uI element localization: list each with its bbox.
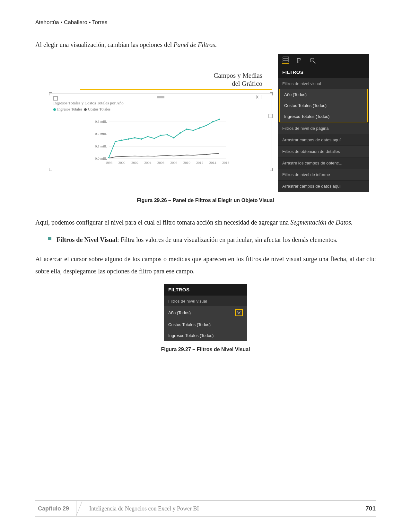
chart-toolbar: ··· [256, 95, 270, 100]
paragraph-3: Al acercar el cursor sobre alguno de los… [35, 253, 376, 277]
legend-costos: Costos Totales [88, 107, 110, 111]
svg-point-27 [160, 135, 162, 136]
svg-point-22 [127, 138, 129, 140]
svg-text:2016: 2016 [222, 161, 230, 164]
visual-level-filter-group: Año (Todos) Costos Totales (Todos) Ingre… [279, 89, 368, 122]
filter-item-ano-2-label: Año (Todos) [168, 310, 191, 315]
chart-block: Campos y Medias del Gráfico ··· Ingresos… [42, 54, 272, 170]
svg-point-28 [167, 134, 168, 135]
visual-level-label: Filtros de nivel visual [278, 78, 369, 89]
legend-dot-ingresos [53, 108, 56, 111]
more-options-icon[interactable]: ··· [265, 95, 270, 100]
svg-text:0,0 mill.: 0,0 mill. [95, 156, 107, 160]
svg-text:2008: 2008 [170, 161, 178, 164]
filters-panel: FILTROS Filtros de nivel visual Año (Tod… [278, 54, 369, 192]
bullet-text: Filtros de Nivel Visual: Filtra los valo… [57, 234, 376, 246]
panel-tabs [278, 54, 369, 66]
svg-text:2012: 2012 [196, 161, 203, 164]
filters-heading: FILTROS [278, 66, 369, 78]
figure-29-27: FILTROS Filtros de nivel visual Año (Tod… [35, 284, 376, 341]
svg-point-20 [115, 141, 116, 142]
filter-item-ingresos[interactable]: Ingresos Totales (Todos) [280, 111, 367, 122]
header-authors: Atehortúa • Caballero • Torres [35, 19, 376, 26]
svg-point-23 [134, 137, 136, 138]
footer-page-number: 701 [365, 505, 376, 512]
svg-point-31 [186, 129, 187, 130]
filter-item-ano-2[interactable]: Año (Todos) [164, 306, 247, 319]
intro-text2: . [215, 41, 217, 48]
svg-text:2006: 2006 [157, 161, 165, 164]
figure-caption-1: Figura 29.26 – Panel de Filtros al Elegi… [35, 198, 376, 203]
annotation-line1: Campos y Medias [214, 72, 262, 79]
svg-rect-39 [283, 61, 289, 62]
filter-item-ano[interactable]: Año (Todos) [280, 89, 367, 100]
intro-italic: Panel de Filtros [173, 41, 215, 48]
analytics-tab-icon[interactable] [309, 57, 316, 64]
svg-point-36 [219, 119, 220, 120]
svg-text:0,2 mill.: 0,2 mill. [95, 132, 107, 136]
svg-point-21 [121, 139, 122, 141]
fields-tab-icon[interactable] [282, 57, 289, 64]
bullet-square-icon [48, 237, 51, 240]
svg-text:0,1 mill.: 0,1 mill. [95, 144, 107, 148]
bullet-bold: Filtros de Nivel Visual [57, 236, 117, 243]
para2-italic: Segmentación de Datos. [290, 219, 353, 226]
svg-point-32 [193, 130, 194, 131]
figure-29-26: Campos y Medias del Gráfico ··· Ingresos… [42, 54, 369, 192]
report-level-label: Filtros de nivel de informe [278, 169, 369, 180]
svg-text:2000: 2000 [118, 161, 126, 164]
svg-text:2014: 2014 [209, 161, 217, 164]
svg-point-30 [179, 132, 181, 133]
focus-mode-icon[interactable] [256, 95, 261, 99]
bullet-item: Filtros de Nivel Visual: Filtra los valo… [35, 234, 376, 246]
chart-visual[interactable]: ··· Ingresos Totales y Costos Totales po… [50, 93, 272, 170]
svg-rect-37 [283, 57, 289, 58]
drag-handle-icon[interactable] [157, 96, 164, 99]
annotation-line2: del Gráfico [232, 80, 262, 87]
svg-point-26 [153, 138, 155, 139]
filter-item-costos[interactable]: Costos Totales (Todos) [280, 100, 367, 111]
svg-point-19 [108, 157, 109, 158]
filters-heading-2: FILTROS [164, 284, 247, 296]
format-tab-icon[interactable] [296, 57, 303, 64]
chart-legend: Ingresos Totales Costos Totales [53, 107, 268, 112]
filters-panel-small: FILTROS Filtros de nivel visual Año (Tod… [164, 284, 247, 341]
svg-text:0,3 mill.: 0,3 mill. [95, 120, 107, 123]
figure-caption-2: Figura 29.27 – Filtros de Nivel Visual [35, 347, 376, 352]
page-level-label: Filtros de nivel de página [278, 122, 369, 134]
chart-title: Ingresos Totales y Costos Totales por Añ… [53, 101, 268, 106]
svg-text:2010: 2010 [183, 161, 191, 164]
svg-text:1998: 1998 [105, 161, 113, 164]
annotation-label: Campos y Medias del Gráfico [42, 72, 272, 88]
drillthrough-label: Filtros de obtención de detalles [278, 146, 369, 157]
paragraph-2: Aquí, podemos configurar el nivel para e… [35, 216, 376, 228]
svg-text:2002: 2002 [131, 161, 138, 164]
svg-point-34 [206, 125, 207, 126]
legend-ingresos: Ingresos Totales [57, 107, 82, 111]
expand-filter-button[interactable] [235, 309, 243, 316]
report-level-dropzone[interactable]: Arrastrar campos de datos aquí [278, 180, 369, 192]
footer-title: Inteligencia de Negocios con Excel y Pow… [76, 505, 365, 512]
footer-chapter: Capítulo 29 [35, 501, 76, 516]
page-level-dropzone[interactable]: Arrastrar campos de datos aquí [278, 134, 369, 146]
visual-level-label-2: Filtros de nivel visual [164, 296, 247, 306]
para2-text: Aquí, podemos configurar el nivel para e… [35, 219, 290, 226]
legend-dot-costos [84, 108, 87, 111]
drillthrough-dropzone[interactable]: Arrastre los campos de obtenc... [278, 157, 369, 169]
intro-text1: Al elegir una visualización, cambian las… [35, 41, 173, 48]
filter-item-ingresos-2[interactable]: Ingresos Totales (Todos) [164, 330, 247, 341]
svg-point-25 [147, 136, 148, 137]
svg-point-24 [141, 138, 142, 140]
intro-paragraph: Al elegir una visualización, cambian las… [35, 39, 376, 51]
chevron-down-icon [237, 311, 241, 314]
filter-item-costos-2[interactable]: Costos Totales (Todos) [164, 319, 247, 330]
bullet-rest: : Filtra los valores de una visualizació… [117, 236, 337, 243]
svg-point-33 [199, 127, 200, 129]
page-footer: Capítulo 29 Inteligencia de Negocios con… [35, 501, 376, 517]
annotation-underline [80, 89, 272, 90]
chart-svg: 0,0 mill.0,1 mill.0,2 mill.0,3 mill. 199… [53, 114, 268, 165]
svg-text:2004: 2004 [144, 161, 152, 164]
svg-rect-38 [283, 59, 289, 60]
svg-point-35 [212, 121, 213, 122]
svg-point-29 [173, 137, 174, 138]
